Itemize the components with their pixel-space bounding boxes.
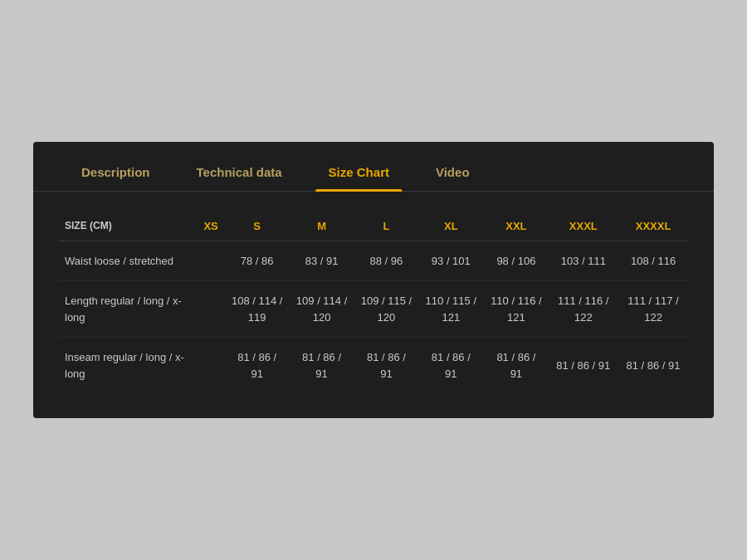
header-xxxl: XXXL — [549, 212, 618, 241]
row-waist-xxxxl: 108 / 116 — [618, 241, 689, 281]
row-waist-xl: 93 / 101 — [418, 241, 483, 281]
header-xl: XL — [418, 212, 483, 241]
row-length-xl: 110 / 115 / 121 — [418, 281, 483, 338]
row-length-xxl: 110 / 116 / 121 — [483, 281, 549, 338]
row-waist-xxl: 98 / 106 — [483, 241, 549, 281]
header-m: M — [290, 212, 354, 241]
row-length-label: Length regular / long / x-long — [58, 281, 197, 338]
table-header-row: SIZE (CM) XS S M L XL XXL XXXL XXXXL — [58, 212, 689, 241]
header-s: S — [225, 212, 290, 241]
row-inseam-xs — [197, 338, 224, 394]
row-length-xs — [197, 281, 224, 338]
product-card: Description Technical data Size Chart Vi… — [33, 142, 714, 419]
row-length-m: 109 / 114 / 120 — [290, 281, 354, 338]
size-chart-table-container: SIZE (CM) XS S M L XL XXL XXXL XXXXL Wai… — [33, 192, 714, 419]
tab-description[interactable]: Description — [58, 157, 173, 191]
tab-video[interactable]: Video — [413, 157, 493, 191]
row-inseam-xxl: 81 / 86 / 91 — [483, 338, 549, 394]
row-waist-xxxl: 103 / 111 — [549, 241, 618, 281]
row-inseam-label: Inseam regular / long / x-long — [58, 338, 197, 394]
row-waist-xs — [197, 241, 224, 281]
row-length-xxxxl: 111 / 117 / 122 — [618, 281, 689, 338]
tab-technical-data[interactable]: Technical data — [173, 157, 305, 191]
row-inseam-s: 81 / 86 / 91 — [225, 338, 290, 394]
header-size-cm: SIZE (CM) — [58, 212, 197, 241]
table-row: Waist loose / stretched 78 / 86 83 / 91 … — [58, 241, 689, 281]
row-waist-l: 88 / 96 — [354, 241, 419, 281]
size-chart-table: SIZE (CM) XS S M L XL XXL XXXL XXXXL Wai… — [58, 212, 689, 394]
header-xxxxl: XXXXL — [618, 212, 689, 241]
row-length-xxxl: 111 / 116 / 122 — [549, 281, 618, 338]
row-waist-s: 78 / 86 — [225, 241, 290, 281]
table-row: Length regular / long / x-long 108 / 114… — [58, 281, 689, 338]
row-length-l: 109 / 115 / 120 — [354, 281, 419, 338]
tab-size-chart[interactable]: Size Chart — [305, 157, 413, 191]
row-inseam-xxxl: 81 / 86 / 91 — [549, 338, 618, 394]
header-xxl: XXL — [483, 212, 549, 241]
row-length-s: 108 / 114 / 119 — [225, 281, 290, 338]
row-inseam-xl: 81 / 86 / 91 — [418, 338, 483, 394]
row-waist-m: 83 / 91 — [290, 241, 354, 281]
row-inseam-m: 81 / 86 / 91 — [290, 338, 354, 394]
row-inseam-l: 81 / 86 / 91 — [354, 338, 419, 394]
row-inseam-xxxxl: 81 / 86 / 91 — [618, 338, 689, 394]
row-waist-label: Waist loose / stretched — [58, 241, 197, 281]
header-xs: XS — [197, 212, 224, 241]
header-l: L — [354, 212, 419, 241]
table-row: Inseam regular / long / x-long 81 / 86 /… — [58, 338, 689, 394]
tabs-bar: Description Technical data Size Chart Vi… — [33, 142, 714, 192]
